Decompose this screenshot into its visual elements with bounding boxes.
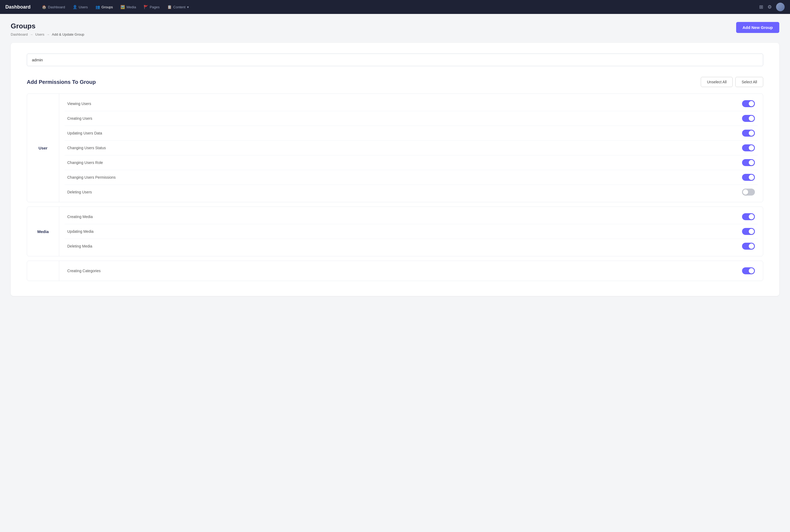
toggle-slider-creating-media xyxy=(742,213,755,220)
nav-link-media[interactable]: 🖼️Media xyxy=(117,3,139,11)
content-nav-label: Content xyxy=(173,5,186,9)
permission-name-changing-users-status: Changing Users Status xyxy=(67,146,106,150)
permissions-list-categories: Creating Categories xyxy=(59,261,763,281)
toggle-slider-creating-categories xyxy=(742,267,755,274)
toggle-updating-media[interactable] xyxy=(742,228,755,235)
breadcrumb-item-2: Add & Update Group xyxy=(52,33,84,36)
permission-row-changing-users-role: Changing Users Role xyxy=(64,155,757,170)
breadcrumb-arrow: → xyxy=(30,33,33,36)
unselect-all-button[interactable]: Unselect All xyxy=(701,77,733,87)
toggle-changing-users-role[interactable] xyxy=(742,159,755,166)
toggle-changing-users-status[interactable] xyxy=(742,145,755,151)
toggle-slider-viewing-users xyxy=(742,100,755,107)
permission-row-updating-media: Updating Media xyxy=(64,224,757,239)
dashboard-nav-icon: 🏠 xyxy=(42,5,46,9)
page-header: Groups Dashboard→Users→Add & Update Grou… xyxy=(11,22,779,36)
permission-row-creating-users: Creating Users xyxy=(64,111,757,126)
avatar-image xyxy=(776,3,785,11)
navbar: Dashboard 🏠Dashboard👤Users👥Groups🖼️Media… xyxy=(0,0,790,14)
permission-name-deleting-media: Deleting Media xyxy=(67,244,92,248)
toggle-slider-changing-users-role xyxy=(742,159,755,166)
toggle-changing-users-permissions[interactable] xyxy=(742,174,755,181)
group-label-col-media: Media xyxy=(27,207,59,256)
permission-row-creating-media: Creating Media xyxy=(64,209,757,224)
toggle-slider-creating-users xyxy=(742,115,755,122)
permission-row-deleting-media: Deleting Media xyxy=(64,239,757,253)
permissions-actions: Unselect All Select All xyxy=(701,77,763,87)
toggle-slider-updating-users-data xyxy=(742,130,755,137)
groups-nav-label: Groups xyxy=(101,5,113,9)
users-nav-label: Users xyxy=(79,5,88,9)
add-new-group-button[interactable]: Add New Group xyxy=(736,22,779,33)
pages-nav-icon: 🚩 xyxy=(144,5,148,9)
toggle-deleting-media[interactable] xyxy=(742,243,755,250)
toggle-updating-users-data[interactable] xyxy=(742,130,755,137)
permission-name-creating-media: Creating Media xyxy=(67,214,93,219)
permission-name-updating-users-data: Updating Users Data xyxy=(67,131,102,135)
search-input[interactable] xyxy=(27,54,763,66)
permission-name-updating-media: Updating Media xyxy=(67,229,94,233)
toggle-deleting-users[interactable] xyxy=(742,189,755,195)
permissions-list-user: Viewing UsersCreating UsersUpdating User… xyxy=(59,94,763,202)
page-title: Groups xyxy=(11,22,84,30)
navbar-right: ⊞ ⚙ xyxy=(759,3,785,11)
navbar-brand: Dashboard xyxy=(5,4,31,10)
toggle-viewing-users[interactable] xyxy=(742,100,755,107)
nav-link-content[interactable]: 📋Content ▾ xyxy=(164,3,192,11)
permissions-section: Add Permissions To Group Unselect All Se… xyxy=(27,77,763,281)
permission-name-creating-categories: Creating Categories xyxy=(67,269,101,273)
toggle-slider-updating-media xyxy=(742,228,755,235)
toggle-slider-deleting-users xyxy=(742,189,755,195)
search-section xyxy=(27,54,763,66)
content-dropdown-arrow: ▾ xyxy=(187,5,189,9)
permission-row-creating-categories: Creating Categories xyxy=(64,264,757,278)
permission-row-viewing-users: Viewing Users xyxy=(64,96,757,111)
permission-name-changing-users-permissions: Changing Users Permissions xyxy=(67,175,116,179)
permission-row-updating-users-data: Updating Users Data xyxy=(64,126,757,141)
breadcrumb-arrow: → xyxy=(46,33,50,36)
permission-row-changing-users-status: Changing Users Status xyxy=(64,141,757,155)
group-label-user: User xyxy=(39,146,48,150)
toggle-slider-changing-users-permissions xyxy=(742,174,755,181)
permissions-header: Add Permissions To Group Unselect All Se… xyxy=(27,77,763,87)
group-label-col-user: User xyxy=(27,94,59,202)
permissions-groups: UserViewing UsersCreating UsersUpdating … xyxy=(27,94,763,281)
breadcrumb-item-1[interactable]: Users xyxy=(35,33,44,36)
nav-link-groups[interactable]: 👥Groups xyxy=(92,3,116,11)
permission-name-creating-users: Creating Users xyxy=(67,116,92,120)
breadcrumb-item-0[interactable]: Dashboard xyxy=(11,33,28,36)
nav-link-users[interactable]: 👤Users xyxy=(70,3,91,11)
group-label-col-categories xyxy=(27,261,59,281)
permissions-list-media: Creating MediaUpdating MediaDeleting Med… xyxy=(59,207,763,256)
nav-link-pages[interactable]: 🚩Pages xyxy=(140,3,163,11)
toggle-slider-deleting-media xyxy=(742,243,755,250)
select-all-button[interactable]: Select All xyxy=(735,77,763,87)
settings-icon-button[interactable]: ⚙ xyxy=(768,4,772,10)
permission-group-user: UserViewing UsersCreating UsersUpdating … xyxy=(27,94,763,202)
permission-name-deleting-users: Deleting Users xyxy=(67,190,92,194)
toggle-creating-users[interactable] xyxy=(742,115,755,122)
permission-name-changing-users-role: Changing Users Role xyxy=(67,160,103,165)
navbar-links: 🏠Dashboard👤Users👥Groups🖼️Media🚩Pages📋Con… xyxy=(39,3,751,11)
avatar[interactable] xyxy=(776,3,785,11)
content-nav-icon: 📋 xyxy=(167,5,172,9)
users-nav-icon: 👤 xyxy=(73,5,77,9)
main-card: Add Permissions To Group Unselect All Se… xyxy=(11,43,779,296)
permissions-title: Add Permissions To Group xyxy=(27,79,96,85)
media-nav-label: Media xyxy=(127,5,136,9)
breadcrumb: Dashboard→Users→Add & Update Group xyxy=(11,33,84,36)
page-content: Groups Dashboard→Users→Add & Update Grou… xyxy=(0,14,790,304)
nav-link-dashboard[interactable]: 🏠Dashboard xyxy=(39,3,68,11)
dashboard-nav-label: Dashboard xyxy=(48,5,65,9)
apps-icon-button[interactable]: ⊞ xyxy=(759,4,763,10)
permission-group-categories: Creating Categories xyxy=(27,261,763,281)
permission-row-deleting-users: Deleting Users xyxy=(64,185,757,199)
group-label-media: Media xyxy=(37,229,49,234)
media-nav-icon: 🖼️ xyxy=(120,5,125,9)
page-title-section: Groups Dashboard→Users→Add & Update Grou… xyxy=(11,22,84,36)
toggle-creating-media[interactable] xyxy=(742,213,755,220)
toggle-slider-changing-users-status xyxy=(742,145,755,151)
toggle-creating-categories[interactable] xyxy=(742,267,755,274)
pages-nav-label: Pages xyxy=(150,5,160,9)
permission-group-media: MediaCreating MediaUpdating MediaDeletin… xyxy=(27,207,763,256)
